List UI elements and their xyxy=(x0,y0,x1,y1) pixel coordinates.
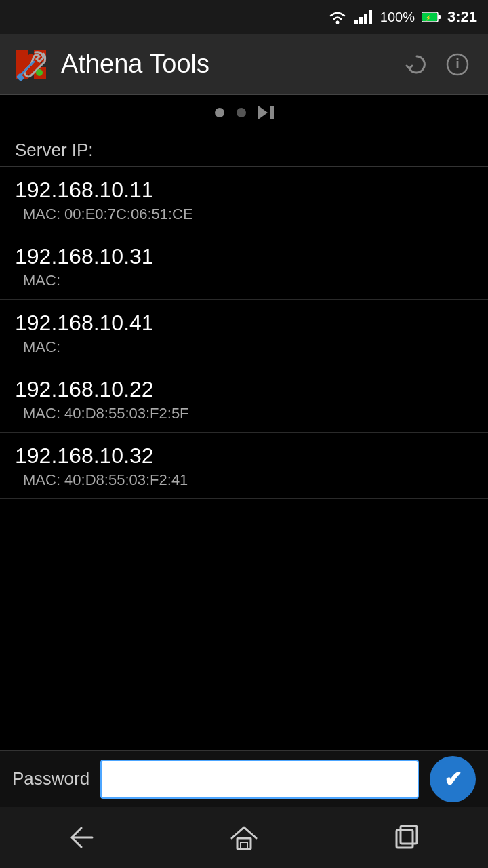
checkmark-icon: ✔ xyxy=(444,766,462,792)
recent-apps-button[interactable] xyxy=(366,810,447,865)
tab-bar xyxy=(0,95,488,130)
battery-indicator: 100% xyxy=(380,9,415,25)
svg-rect-16 xyxy=(241,842,247,849)
password-bar: Password ✔ xyxy=(0,750,488,807)
app-title: Athena Tools xyxy=(61,50,400,79)
back-icon xyxy=(68,825,95,850)
info-icon: i xyxy=(445,52,470,77)
signal-icon xyxy=(354,9,373,24)
device-mac: MAC: xyxy=(15,338,473,356)
device-ip: 192.168.10.22 xyxy=(15,377,473,402)
home-button[interactable] xyxy=(203,810,285,865)
device-item[interactable]: 192.168.10.22MAC: 40:D8:55:03:F2:5F xyxy=(0,366,488,433)
tab-dot-1[interactable] xyxy=(215,108,224,117)
device-mac: MAC: 40:D8:55:03:F2:41 xyxy=(15,471,473,489)
password-label: Password xyxy=(12,768,89,789)
home-icon xyxy=(230,825,258,850)
device-ip: 192.168.10.32 xyxy=(15,443,473,469)
svg-rect-17 xyxy=(396,830,413,848)
tab-dot-2[interactable] xyxy=(237,108,246,117)
status-time: 3:21 xyxy=(447,8,477,26)
svg-rect-4 xyxy=(369,10,372,24)
nav-bar xyxy=(0,807,488,868)
back-button[interactable] xyxy=(41,810,122,865)
svg-text:⚡: ⚡ xyxy=(425,14,432,21)
device-list: 192.168.10.11MAC: 00:E0:7C:06:51:CE192.1… xyxy=(0,167,488,499)
password-input[interactable] xyxy=(100,760,419,799)
svg-text:i: i xyxy=(455,56,460,71)
device-item[interactable]: 192.168.10.31MAC: xyxy=(0,233,488,300)
device-item[interactable]: 192.168.10.11MAC: 00:E0:7C:06:51:CE xyxy=(0,167,488,233)
device-ip: 192.168.10.31 xyxy=(15,244,473,269)
content-area: Server IP: 192.168.10.11MAC: 00:E0:7C:06… xyxy=(0,130,488,499)
device-item[interactable]: 192.168.10.41MAC: xyxy=(0,300,488,366)
svg-rect-2 xyxy=(359,17,363,24)
tab-skip-button[interactable] xyxy=(258,106,274,119)
status-bar: 100% ⚡ 3:21 xyxy=(0,0,488,34)
svg-rect-18 xyxy=(401,826,417,844)
device-ip: 192.168.10.41 xyxy=(15,311,473,336)
recent-apps-icon xyxy=(394,825,420,850)
svg-rect-3 xyxy=(364,14,367,24)
svg-point-0 xyxy=(336,21,339,24)
device-item[interactable]: 192.168.10.32MAC: 40:D8:55:03:F2:41 xyxy=(0,433,488,499)
device-mac: MAC: xyxy=(15,272,473,290)
password-confirm-button[interactable]: ✔ xyxy=(430,756,476,802)
info-button[interactable]: i xyxy=(441,47,474,81)
device-mac: MAC: 00:E0:7C:06:51:CE xyxy=(15,205,473,223)
svg-rect-1 xyxy=(354,20,358,24)
svg-rect-6 xyxy=(438,15,441,19)
device-ip: 192.168.10.11 xyxy=(15,178,473,203)
battery-icon: ⚡ xyxy=(422,11,441,23)
app-logo xyxy=(14,47,49,82)
device-mac: MAC: 40:D8:55:03:F2:5F xyxy=(15,405,473,422)
refresh-button[interactable] xyxy=(400,47,434,81)
server-ip-label: Server IP: xyxy=(0,130,488,167)
app-header: Athena Tools i xyxy=(0,34,488,95)
wifi-icon xyxy=(327,9,348,24)
refresh-icon xyxy=(405,52,429,77)
svg-point-11 xyxy=(36,69,43,76)
